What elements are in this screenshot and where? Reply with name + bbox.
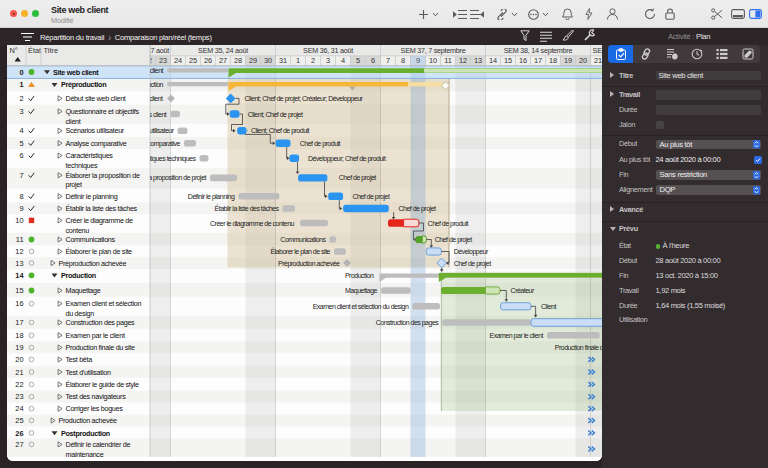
svg-text:18: 18 [549, 56, 557, 65]
svg-text:Préproduction: Préproduction [61, 80, 106, 89]
svg-text:30: 30 [264, 56, 272, 65]
svg-text:26: 26 [15, 429, 23, 438]
svg-text:29: 29 [249, 56, 257, 65]
svg-text:7: 7 [386, 56, 390, 65]
svg-text:SEM 37, 7 septembre: SEM 37, 7 septembre [401, 46, 466, 55]
svg-text:Début site web client: Début site web client [66, 94, 126, 103]
svg-text:22: 22 [15, 380, 23, 389]
svg-text:28: 28 [234, 56, 242, 65]
svg-text:Corriger les bogues: Corriger les bogues [66, 404, 124, 413]
svg-text:Communications: Communications [66, 235, 116, 244]
svg-text:2: 2 [19, 94, 23, 103]
svg-text:14: 14 [489, 56, 497, 65]
svg-text:Développeur; Chef de produit: Développeur; Chef de produit [308, 155, 386, 163]
svg-text:3: 3 [19, 107, 23, 116]
svg-text:21: 21 [15, 368, 23, 377]
svg-text:25: 25 [15, 416, 23, 425]
svg-text:Postproduction: Postproduction [61, 429, 110, 438]
svg-text:26: 26 [204, 56, 212, 65]
svg-text:Analyse comparative: Analyse comparative [66, 139, 127, 148]
svg-text:Chef de projet: Chef de projet [454, 260, 492, 268]
svg-text:État: État [28, 46, 41, 55]
svg-text:18: 18 [15, 331, 23, 340]
svg-text:7: 7 [19, 171, 23, 180]
svg-text:Établir la liste des tâches: Établir la liste des tâches [66, 204, 138, 213]
svg-text:Production finale du site: Production finale du site [555, 344, 602, 351]
svg-text:25: 25 [189, 56, 197, 65]
svg-text:Examen par le client: Examen par le client [489, 332, 543, 340]
svg-text:Test d'utilisation: Test d'utilisation [66, 368, 111, 377]
svg-text:23: 23 [15, 392, 23, 401]
svg-text:Définir le planning: Définir le planning [188, 193, 235, 201]
svg-text:Production achevée: Production achevée [59, 416, 117, 425]
svg-text:12: 12 [459, 56, 467, 65]
svg-text:9: 9 [19, 204, 23, 213]
svg-text:Construction des pages: Construction des pages [376, 319, 440, 327]
svg-text:Test bêta: Test bêta [66, 355, 93, 364]
svg-text:Caractéristiques: Caractéristiques [66, 151, 114, 160]
svg-text:Chef de produit: Chef de produit [300, 140, 341, 148]
svg-text:Chef de projet: Chef de projet [399, 205, 437, 213]
svg-text:1: 1 [296, 56, 300, 65]
svg-text:1: 1 [19, 80, 23, 89]
svg-text:11: 11 [16, 235, 24, 244]
svg-text:19: 19 [15, 343, 23, 352]
svg-text:Créer le diagramme de contenu: Créer le diagramme de contenu [210, 220, 295, 228]
svg-text:techniques: techniques [66, 161, 98, 170]
svg-text:12: 12 [15, 247, 23, 256]
svg-text:SEM 36, 31 août: SEM 36, 31 août [303, 46, 353, 55]
svg-text:Élaborer le plan de site: Élaborer le plan de site [270, 247, 330, 256]
svg-text:6: 6 [19, 151, 23, 160]
svg-text:Définir le planning: Définir le planning [66, 192, 118, 201]
svg-text:0: 0 [19, 68, 23, 77]
svg-text:17: 17 [15, 318, 23, 327]
svg-text:17: 17 [534, 56, 542, 65]
svg-text:Élaborer le guide de style: Élaborer le guide de style [66, 380, 140, 389]
svg-text:Production: Production [61, 271, 96, 280]
svg-text:$: $ [673, 53, 676, 59]
svg-text:Client; Chef de produit: Client; Chef de produit [251, 127, 310, 135]
svg-text:6: 6 [371, 56, 375, 65]
svg-text:4: 4 [19, 126, 23, 135]
svg-text:Client; Chef de projet; Créate: Client; Chef de projet; Créateur; Dévelo… [244, 95, 363, 103]
svg-text:Chef de projet: Chef de projet [352, 193, 390, 201]
svg-text:Examen client et sélection du: Examen client et sélection du design [313, 303, 409, 311]
svg-text:Site web client: Site web client [53, 68, 99, 77]
svg-text:Titre: Titre [44, 46, 59, 55]
svg-text:N°: N° [10, 46, 18, 55]
svg-text:Élaborer le plan de site: Élaborer le plan de site [66, 247, 133, 256]
svg-text:23: 23 [159, 56, 167, 65]
svg-text:maintenance: maintenance [66, 450, 104, 459]
svg-text:24: 24 [174, 56, 182, 65]
svg-text:10: 10 [15, 216, 23, 225]
svg-text:3: 3 [326, 56, 330, 65]
svg-text:20: 20 [579, 56, 587, 65]
svg-text:Test des navigateurs: Test des navigateurs [66, 392, 127, 401]
svg-text:SEM 39, 21 septembre: SEM 39, 21 septembre [593, 46, 602, 55]
svg-text:contenu: contenu [66, 226, 90, 235]
svg-text:4: 4 [341, 56, 345, 65]
svg-text:Préproduction achevée: Préproduction achevée [278, 260, 340, 268]
svg-text:Communications: Communications [280, 236, 326, 243]
svg-text:Client; Chef de projet: Client; Chef de projet [248, 111, 303, 119]
svg-text:Scénarios utilisateur: Scénarios utilisateur [66, 126, 125, 135]
svg-text:5: 5 [356, 56, 360, 65]
svg-text:19: 19 [564, 56, 572, 65]
svg-text:projet: projet [66, 180, 82, 189]
svg-text:8: 8 [401, 56, 405, 65]
svg-text:21: 21 [594, 56, 602, 65]
svg-text:Client: Client [541, 303, 556, 310]
svg-text:SEM 35, 24 août: SEM 35, 24 août [198, 46, 248, 55]
svg-text:27: 27 [15, 440, 23, 449]
svg-text:Examen client et sélection: Examen client et sélection [66, 299, 142, 308]
svg-text:Examen par le client: Examen par le client [66, 331, 125, 340]
svg-text:27: 27 [219, 56, 227, 65]
svg-text:Chef de produit: Chef de produit [428, 220, 469, 228]
svg-text:Établir la liste des tâches: Établir la liste des tâches [215, 204, 280, 212]
svg-text:du design: du design [66, 309, 95, 318]
svg-text:SEM 38, 14 septembre: SEM 38, 14 septembre [504, 46, 573, 55]
svg-text:8: 8 [19, 192, 23, 201]
svg-text:2: 2 [311, 56, 315, 65]
svg-text:5: 5 [19, 139, 23, 148]
svg-text:11: 11 [444, 56, 452, 65]
